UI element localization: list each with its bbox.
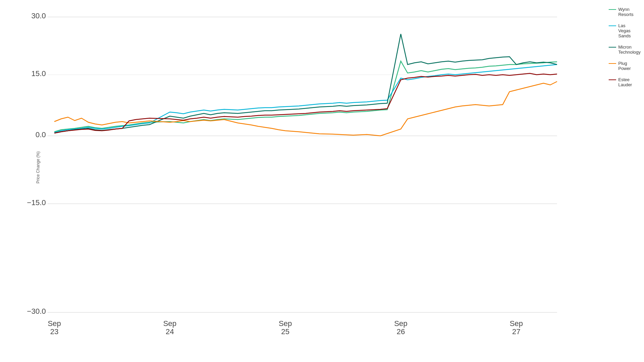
legend-label-micron: Micron Technology	[618, 44, 641, 55]
legend-item-wynn: Wynn Resorts	[609, 7, 641, 17]
chart-svg: 30.0 15.0 0.0 −15.0 −30.0 Sep 23 Sep 24 …	[27, 7, 576, 335]
y-tick-15: 15.0	[31, 69, 46, 78]
legend-line-wynn	[609, 9, 616, 10]
y-tick-30: 30.0	[31, 12, 46, 20]
x-tick-sep25: Sep	[279, 319, 292, 328]
svg-text:27: 27	[512, 327, 520, 335]
svg-text:25: 25	[281, 327, 289, 335]
legend-label-lvs: Las Vegas Sands	[618, 23, 631, 38]
legend-label-plug: Plug Power	[618, 61, 631, 71]
legend-line-micron	[609, 47, 616, 48]
legend-line-estee	[609, 79, 616, 80]
svg-text:24: 24	[166, 327, 174, 335]
legend-line-lvs	[609, 25, 616, 26]
legend-item-plug: Plug Power	[609, 61, 641, 71]
x-tick-sep26: Sep	[394, 319, 407, 328]
legend-item-estee: Estee Lauder	[609, 77, 641, 87]
x-tick-sep24: Sep	[163, 319, 176, 328]
chart-container: Price Change (%) 30.0 15.0 0.0 −15.0 −30…	[0, 0, 644, 362]
y-tick-0: 0.0	[35, 130, 46, 139]
y-tick-neg15: −15.0	[27, 198, 46, 207]
estee-line	[54, 73, 557, 133]
legend-label-wynn: Wynn Resorts	[618, 7, 633, 17]
x-tick-sep27: Sep	[509, 319, 523, 328]
legend-line-plug	[609, 63, 616, 64]
chart-legend: Wynn Resorts Las Vegas Sands Micron Tech…	[609, 7, 641, 87]
legend-label-estee: Estee Lauder	[618, 77, 632, 87]
svg-text:23: 23	[50, 327, 58, 335]
legend-item-micron: Micron Technology	[609, 44, 641, 55]
x-tick-sep23: Sep	[48, 319, 61, 328]
legend-item-lvs: Las Vegas Sands	[609, 23, 641, 38]
y-tick-neg30: −30.0	[27, 307, 46, 315]
svg-text:26: 26	[397, 327, 405, 335]
micron-line	[54, 34, 557, 133]
